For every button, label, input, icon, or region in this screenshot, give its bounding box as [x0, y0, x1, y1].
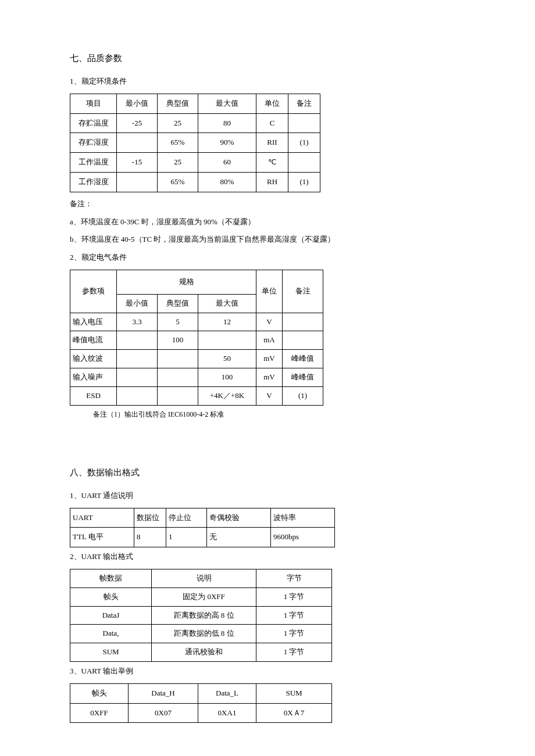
td: 65% [158, 133, 198, 153]
td: +4K／+8K [198, 386, 256, 405]
td: 存贮湿度 [70, 133, 117, 153]
th: Data_L [198, 683, 256, 703]
th: 波特率 [271, 508, 335, 528]
table-header-row: 项目 最小值 典型值 最大值 单位 备注 [70, 94, 320, 113]
td [283, 331, 323, 350]
td: 工作温度 [70, 153, 117, 173]
table-footnote: 备注（1）输出引线符合 IEC61000-4-2 标准 [93, 409, 465, 420]
td: 25 [158, 113, 198, 133]
th: 帧头 [70, 683, 129, 703]
table-header-row: UART 数据位 停止位 奇偶校验 波特率 [70, 508, 335, 528]
td: 9600bps [271, 528, 335, 547]
table-header-row: 帧头 Data_H Data_L SUM [70, 683, 332, 703]
td: 无 [207, 528, 271, 547]
td: 80 [198, 113, 256, 133]
table-uart-example: 帧头 Data_H Data_L SUM 0XFF 0X07 0XA1 0XＡ7 [70, 683, 332, 723]
note-b: b、环境温度在 40-5（TC 时，湿度最高为当前温度下自然界最高湿度（不凝露） [70, 234, 465, 246]
td: 存贮温度 [70, 113, 117, 133]
th: 停止位 [166, 508, 207, 528]
note-label: 备注： [70, 198, 465, 210]
section-7-2-title: 2、额定电气条件 [70, 252, 465, 264]
th: 最小值 [117, 294, 158, 313]
table-row: 输入纹波 50 mV 峰峰值 [70, 350, 323, 368]
td: 输入电压 [70, 313, 117, 331]
table-row: TTL 电平 8 1 无 9600bps [70, 528, 335, 547]
table-uart-comm: UART 数据位 停止位 奇偶校验 波特率 TTL 电平 8 1 无 9600b… [70, 508, 335, 548]
td: 12 [198, 313, 256, 331]
th-spec: 规格 [117, 270, 256, 294]
th: 项目 [70, 94, 117, 113]
th: UART [70, 508, 134, 528]
td: 1 字节 [256, 606, 332, 625]
td: 峰峰值 [283, 368, 323, 386]
th: Data_H [129, 683, 198, 703]
td: (1) [288, 172, 320, 192]
td [117, 172, 158, 192]
table-env-conditions: 项目 最小值 典型值 最大值 单位 备注 存贮温度 -25 25 80 C 存贮… [70, 94, 320, 192]
td: C [256, 113, 288, 133]
td: 1 [166, 528, 207, 547]
td: DataJ [70, 606, 152, 625]
note-a: a、环境温度在 0-39C 时，湿度最高值为 90%（不凝露） [70, 216, 465, 228]
td: (1) [283, 386, 323, 405]
td: mA [256, 331, 283, 350]
table-header-row: 帧数据 说明 字节 [70, 569, 332, 587]
td: 峰值电流 [70, 331, 117, 350]
table-row: Data, 距离数据的低 8 位 1 字节 [70, 625, 332, 643]
td: 峰峰值 [283, 350, 323, 368]
td: RII [256, 133, 288, 153]
table-row: 峰值电流 100 mA [70, 331, 323, 350]
th: 字节 [256, 569, 332, 587]
section-8-2-title: 2、UART 输出格式 [70, 551, 465, 563]
td: 0X07 [129, 703, 198, 723]
td: V [256, 313, 283, 331]
td: 输入噪声 [70, 368, 117, 386]
td [117, 133, 158, 153]
td [117, 331, 158, 350]
td: 输入纹波 [70, 350, 117, 368]
td: 8 [134, 528, 166, 547]
td: 60 [198, 153, 256, 173]
table-row: SUM 通讯校验和 1 字节 [70, 643, 332, 662]
td: 距离数据的高 8 位 [152, 606, 256, 625]
th-remark: 备注 [283, 270, 323, 313]
td: Data, [70, 625, 152, 643]
td: 100 [198, 368, 256, 386]
td: ℃ [256, 153, 288, 173]
td [117, 350, 158, 368]
th: 典型值 [158, 294, 198, 313]
table-row: ESD +4K／+8K V (1) [70, 386, 323, 405]
td: 25 [158, 153, 198, 173]
td: 1 字节 [256, 643, 332, 662]
th: 帧数据 [70, 569, 152, 587]
table-row: 0XFF 0X07 0XA1 0XＡ7 [70, 703, 332, 723]
section-8-3-title: 3、UART 输出举例 [70, 665, 465, 678]
td: 通讯校验和 [152, 643, 256, 662]
td: 0XFF [70, 703, 129, 723]
th: 最大值 [198, 94, 256, 113]
td: 80% [198, 172, 256, 192]
table-row: 工作湿度 65% 80% RH (1) [70, 172, 320, 192]
td: -25 [117, 113, 158, 133]
section-7-title: 七、品质参数 [70, 51, 465, 65]
td: -15 [117, 153, 158, 173]
td: 距离数据的低 8 位 [152, 625, 256, 643]
td: TTL 电平 [70, 528, 134, 547]
th: SUM [256, 683, 332, 703]
td [198, 331, 256, 350]
td: 50 [198, 350, 256, 368]
th: 奇偶校验 [207, 508, 271, 528]
table-row: 输入噪声 100 mV 峰峰值 [70, 368, 323, 386]
section-7-1-title: 1、额定环境条件 [70, 76, 465, 88]
td: 65% [158, 172, 198, 192]
td: 5 [158, 313, 198, 331]
table-row: 存贮湿度 65% 90% RII (1) [70, 133, 320, 153]
th: 说明 [152, 569, 256, 587]
th: 最小值 [117, 94, 158, 113]
td: mV [256, 368, 283, 386]
td: 固定为 0XFF [152, 587, 256, 606]
th: 备注 [288, 94, 320, 113]
th: 数据位 [134, 508, 166, 528]
table-header-row: 参数项 规格 单位 备注 [70, 270, 323, 294]
section-8-1-title: 1、UART 通信说明 [70, 490, 465, 502]
